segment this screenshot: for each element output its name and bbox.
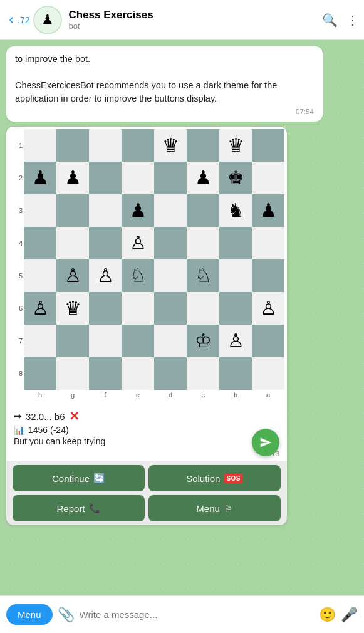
rank-1: 1 (19, 129, 23, 162)
message-text: to improve the bot.ChessExercicesBot rec… (15, 53, 314, 105)
move-text: 32.0... b6 (26, 411, 65, 422)
bottom-menu-button[interactable]: Menu (6, 604, 53, 625)
cell: ♟ (252, 194, 284, 227)
header-actions: 🔍 ⋮ (322, 13, 359, 28)
cell: ♙ (56, 259, 89, 292)
cell (252, 162, 284, 194)
chess-message: 1 2 3 4 5 6 7 8 ♛♛♟♟♟♚♟♞♟♙♙♙♘♘♙♛♙♔♙ h g … (6, 127, 287, 525)
continue-button[interactable]: Continue 🔄 (13, 465, 145, 491)
cell (89, 292, 122, 325)
continue-icon: 🔄 (93, 473, 105, 484)
cell: ♟ (122, 194, 154, 227)
rank-2: 2 (19, 162, 23, 194)
mic-icon[interactable]: 🎤 (341, 607, 358, 623)
cell (252, 129, 284, 162)
back-button[interactable]: .72 (5, 14, 29, 26)
cell: ♙ (24, 292, 56, 325)
cell: ♛ (219, 129, 252, 162)
avatar: ♟ (33, 6, 62, 34)
sos-badge: SOS (224, 474, 243, 483)
file-h: h (24, 391, 56, 399)
cell (154, 227, 187, 259)
chess-move: ➡ 32.0... b6 ✕ (14, 409, 279, 424)
cell (56, 194, 89, 227)
file-e: e (122, 391, 154, 399)
cell: ♔ (187, 325, 219, 357)
attach-icon[interactable]: 📎 (58, 607, 75, 623)
cell: ♟ (187, 162, 219, 194)
cell (252, 357, 284, 390)
cell: ♙ (89, 259, 122, 292)
search-icon[interactable]: 🔍 (322, 13, 338, 28)
cell (24, 194, 56, 227)
cell: ♟ (56, 162, 89, 194)
file-g: g (56, 391, 89, 399)
cell (122, 129, 154, 162)
cell: ♘ (122, 259, 154, 292)
rank-7: 7 (19, 325, 23, 357)
report-icon: 📞 (89, 503, 101, 514)
message-time: 07:54 (15, 108, 314, 115)
chat-area: to improve the bot.ChessExercicesBot rec… (0, 40, 364, 595)
cell: ♙ (252, 292, 284, 325)
cell (252, 259, 284, 292)
rating-value: 1456 (-24) (28, 425, 69, 435)
chess-message-time: 11:13 (6, 450, 287, 461)
chess-info: ➡ 32.0... b6 ✕ 📊 1456 (-24) But you can … (6, 404, 287, 450)
cell (56, 227, 89, 259)
cell (24, 227, 56, 259)
cell (187, 357, 219, 390)
menu-icon: 🏳 (224, 503, 233, 514)
file-b: b (219, 391, 252, 399)
cell (122, 325, 154, 357)
cell (56, 129, 89, 162)
cell (89, 357, 122, 390)
cell (154, 259, 187, 292)
rank-labels: 1 2 3 4 5 6 7 8 (19, 129, 24, 401)
chess-rating: 📊 1456 (-24) (14, 425, 279, 435)
cell (219, 357, 252, 390)
cell (24, 259, 56, 292)
file-f: f (89, 391, 122, 399)
board-wrap: 1 2 3 4 5 6 7 8 ♛♛♟♟♟♚♟♞♟♙♙♙♘♘♙♛♙♔♙ h g … (19, 129, 284, 401)
solution-button[interactable]: Solution SOS (148, 465, 281, 491)
solution-label: Solution (186, 473, 220, 484)
send-button[interactable] (252, 429, 279, 456)
cell (252, 325, 284, 357)
move-arrow: ➡ (14, 411, 22, 422)
cell (89, 325, 122, 357)
cell (219, 259, 252, 292)
cell (219, 292, 252, 325)
cell: ♚ (219, 162, 252, 194)
cell (187, 194, 219, 227)
continue-label: Continue (52, 473, 90, 484)
rank-3: 3 (19, 194, 23, 227)
cell (187, 129, 219, 162)
message-input[interactable] (80, 609, 314, 620)
cell (154, 162, 187, 194)
report-button[interactable]: Report 📞 (13, 495, 145, 521)
bot-name: Chess Exercises (68, 9, 322, 21)
cell (187, 292, 219, 325)
file-a: a (252, 391, 284, 399)
menu-button[interactable]: Menu 🏳 (148, 495, 281, 521)
action-buttons: Continue 🔄 Solution SOS Report 📞 Menu 🏳 (6, 461, 287, 525)
cell (122, 292, 154, 325)
file-c: c (187, 391, 219, 399)
emoji-icon[interactable]: 🙂 (319, 607, 336, 623)
header-info: Chess Exercises bot (68, 9, 322, 31)
cell (252, 227, 284, 259)
rank-6: 6 (19, 292, 23, 325)
chess-board-container: 1 2 3 4 5 6 7 8 ♛♛♟♟♟♚♟♞♟♙♙♙♘♘♙♛♙♔♙ h g … (6, 127, 287, 404)
cell (122, 357, 154, 390)
cell (56, 357, 89, 390)
cell: ♙ (219, 325, 252, 357)
rank-4: 4 (19, 227, 23, 259)
cell (219, 227, 252, 259)
cell: ♛ (56, 292, 89, 325)
more-icon[interactable]: ⋮ (346, 13, 359, 28)
cell (24, 129, 56, 162)
cell: ♟ (24, 162, 56, 194)
cell (187, 227, 219, 259)
cell (122, 162, 154, 194)
